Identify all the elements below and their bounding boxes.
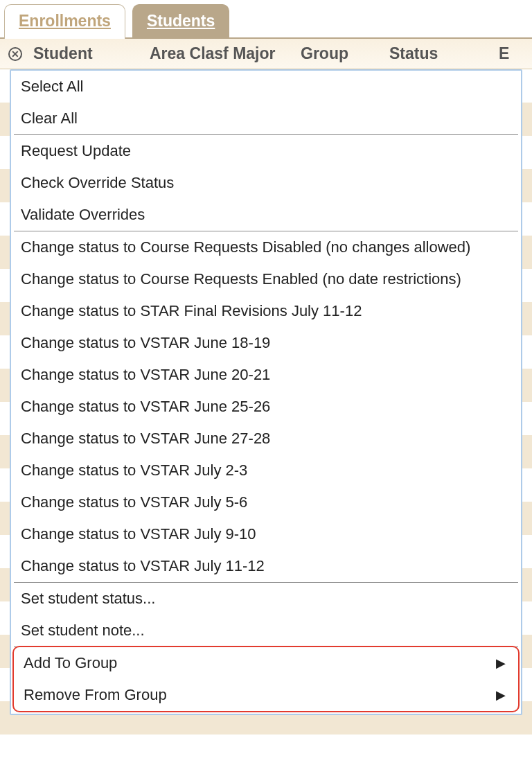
menu-item-change-status[interactable]: Change status to VSTAR July 11-12 — [11, 550, 521, 582]
menu-item-label: Change status to VSTAR June 27-28 — [21, 430, 270, 448]
close-icon[interactable]: ✕ — [8, 47, 28, 61]
column-header-area-clasf-major[interactable]: Area Clasf Major — [150, 44, 295, 63]
menu-item-label: Change status to Course Requests Enabled… — [21, 270, 461, 288]
tab-enrollments-label: Enrollments — [19, 12, 111, 30]
menu-item-change-status[interactable]: Change status to VSTAR July 9-10 — [11, 518, 521, 550]
highlight-annotation: Add To Group ▶ Remove From Group ▶ — [12, 646, 520, 712]
menu-item-label: Set student note... — [21, 622, 145, 640]
menu-item-label: Remove From Group — [24, 686, 167, 704]
tab-students[interactable]: Students — [132, 4, 229, 39]
menu-item-change-status[interactable]: Change status to VSTAR June 25-26 — [11, 391, 521, 423]
menu-item-change-status[interactable]: Change status to Course Requests Disable… — [11, 231, 521, 263]
table-row — [0, 735, 532, 768]
menu-item-change-status[interactable]: Change status to VSTAR July 2-3 — [11, 455, 521, 486]
menu-item-change-status[interactable]: Change status to VSTAR July 5-6 — [11, 486, 521, 518]
tab-students-label: Students — [147, 12, 215, 30]
menu-item-change-status[interactable]: Change status to VSTAR June 27-28 — [11, 423, 521, 455]
menu-item-clear-all[interactable]: Clear All — [11, 103, 521, 134]
column-header-e[interactable]: E — [499, 44, 509, 63]
menu-item-label: Change status to VSTAR June 25-26 — [21, 398, 270, 416]
menu-item-label: Change status to VSTAR June 20-21 — [21, 366, 270, 384]
menu-item-set-student-note[interactable]: Set student note... — [11, 615, 521, 647]
menu-item-label: Change status to STAR Final Revisions Ju… — [21, 302, 362, 320]
menu-item-label: Change status to VSTAR July 11-12 — [21, 557, 265, 575]
menu-item-label: Change status to VSTAR July 9-10 — [21, 525, 256, 543]
menu-item-label: Select All — [21, 78, 84, 96]
chevron-right-icon: ▶ — [496, 656, 506, 671]
menu-item-check-override-status[interactable]: Check Override Status — [11, 167, 521, 199]
column-header-row: ✕ Student Area Clasf Major Group Status … — [0, 39, 532, 69]
table-body: Select All Clear All Request Update Chec… — [0, 69, 532, 768]
menu-item-select-all[interactable]: Select All — [11, 71, 521, 103]
menu-item-change-status[interactable]: Change status to VSTAR June 20-21 — [11, 359, 521, 391]
menu-item-label: Check Override Status — [21, 174, 174, 192]
menu-item-label: Change status to VSTAR June 18-19 — [21, 334, 270, 352]
context-menu: Select All Clear All Request Update Chec… — [10, 69, 522, 715]
menu-item-label: Clear All — [21, 109, 78, 127]
menu-item-validate-overrides[interactable]: Validate Overrides — [11, 199, 521, 231]
column-header-student[interactable]: Student — [33, 44, 144, 63]
tab-strip: Enrollments Students — [0, 0, 532, 39]
menu-item-add-to-group[interactable]: Add To Group ▶ — [14, 647, 518, 679]
menu-item-label: Validate Overrides — [21, 206, 145, 224]
menu-item-set-student-status[interactable]: Set student status... — [11, 583, 521, 615]
chevron-right-icon: ▶ — [496, 687, 506, 703]
menu-item-label: Request Update — [21, 142, 131, 160]
column-header-group[interactable]: Group — [301, 44, 384, 63]
menu-item-request-update[interactable]: Request Update — [11, 135, 521, 167]
menu-item-change-status[interactable]: Change status to VSTAR June 18-19 — [11, 327, 521, 359]
menu-item-label: Add To Group — [24, 654, 117, 672]
menu-item-change-status[interactable]: Change status to Course Requests Enabled… — [11, 263, 521, 295]
menu-item-label: Change status to Course Requests Disable… — [21, 238, 470, 256]
menu-item-remove-from-group[interactable]: Remove From Group ▶ — [14, 679, 518, 711]
menu-item-change-status[interactable]: Change status to STAR Final Revisions Ju… — [11, 295, 521, 327]
menu-item-label: Set student status... — [21, 590, 155, 608]
column-header-status[interactable]: Status — [389, 44, 493, 63]
menu-item-label: Change status to VSTAR July 2-3 — [21, 461, 247, 480]
tab-enrollments[interactable]: Enrollments — [4, 4, 125, 39]
menu-item-label: Change status to VSTAR July 5-6 — [21, 493, 247, 511]
